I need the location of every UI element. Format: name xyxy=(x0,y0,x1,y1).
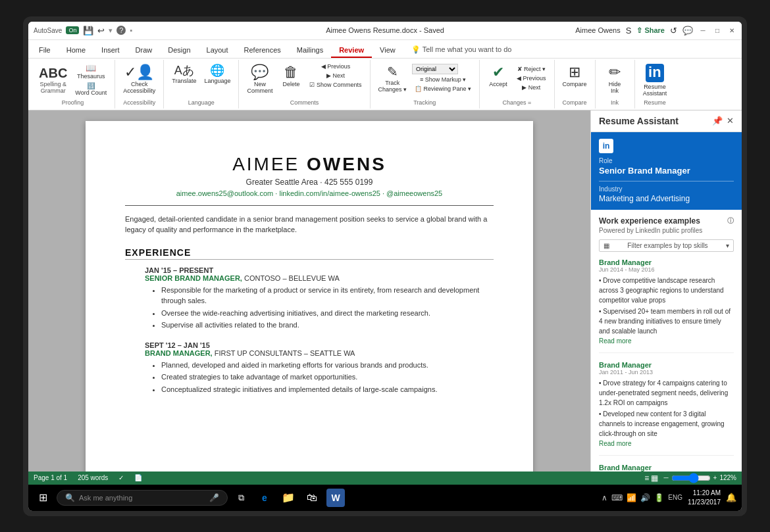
edge-browser-button[interactable]: e xyxy=(255,489,274,507)
undo-icon[interactable]: ↩ xyxy=(97,26,105,36)
ra-filter-dropdown[interactable]: ▦ Filter examples by top skills ▾ xyxy=(599,239,734,252)
skype-icon[interactable]: S xyxy=(626,26,632,36)
ra-content[interactable]: Work experience examples ⓘ Powered by Li… xyxy=(591,210,742,472)
language-button[interactable]: 🌐 Language xyxy=(201,62,233,86)
new-comment-button[interactable]: 💬 NewComment xyxy=(244,62,275,95)
doc-summary: Engaged, detail-oriented candidate in a … xyxy=(125,214,494,235)
resume-assistant-button[interactable]: in ResumeAssistant xyxy=(640,62,670,98)
word-count-icon: 🔢 xyxy=(87,82,95,89)
comments-icon[interactable]: 💬 xyxy=(682,26,693,36)
delete-icon: 🗑 xyxy=(284,64,298,81)
changes-label: Changes = xyxy=(502,98,531,106)
ra-close-icon[interactable]: ✕ xyxy=(727,116,734,126)
hide-ink-icon: ✏ xyxy=(609,64,621,81)
show-comments-button[interactable]: ☑ Show Comments xyxy=(307,81,364,89)
share-icon[interactable]: ⇧ Share xyxy=(636,26,665,35)
ra-pin-icon[interactable]: 📌 xyxy=(712,116,723,126)
ra-bullet-1-2: • Supervised 20+ team members in roll ou… xyxy=(599,306,734,336)
list-item: Planned, developed and aided in marketin… xyxy=(161,360,494,371)
prev-change-button[interactable]: ◀ Previous xyxy=(514,74,549,82)
markup-dropdown[interactable]: Original All Markup xyxy=(412,64,458,74)
screen: AutoSave On 💾 ↩ ▾ ? ▪ Aimee Owens Resume… xyxy=(28,22,742,511)
header-divider xyxy=(125,205,494,206)
tab-references[interactable]: References xyxy=(236,43,289,58)
task-view-button[interactable]: ⧉ xyxy=(232,489,250,507)
tab-layout[interactable]: Layout xyxy=(199,43,236,58)
zoom-slider[interactable] xyxy=(671,473,711,483)
resume-assistant-title: Resume Assistant xyxy=(599,116,679,126)
reviewing-pane-button[interactable]: 📋 Reviewing Pane ▾ xyxy=(412,85,474,93)
tab-home[interactable]: Home xyxy=(59,43,93,58)
show-markup-button[interactable]: ≡ Show Markup ▾ xyxy=(412,76,474,84)
ra-bullet-1-1: • Drove competitive landscape research a… xyxy=(599,276,734,305)
tab-insert[interactable]: Insert xyxy=(93,43,128,58)
help-icon[interactable]: ? xyxy=(116,26,126,35)
tab-view[interactable]: View xyxy=(372,43,403,58)
compare-label: Compare xyxy=(563,98,587,106)
zoom-out-button[interactable]: ─ xyxy=(663,474,668,481)
next-comment-button[interactable]: ▶ Next xyxy=(307,72,364,80)
accept-button[interactable]: ✔ Accept xyxy=(485,62,511,89)
ribbon-group-compare: ⊞ Compare Compare xyxy=(555,60,596,109)
tab-file[interactable]: File xyxy=(31,43,59,58)
word-button[interactable]: W xyxy=(326,489,345,507)
delete-comment-button[interactable]: 🗑 Delete xyxy=(278,62,304,89)
next-change-button[interactable]: ▶ Next xyxy=(514,84,549,91)
tab-design[interactable]: Design xyxy=(160,43,198,58)
spelling-grammar-button[interactable]: ABC Spelling &Grammar xyxy=(36,64,70,95)
resume-assistant-header: Resume Assistant 📌 ✕ xyxy=(591,110,742,132)
store-button[interactable]: 🛍 xyxy=(303,489,321,507)
zoom-in-button[interactable]: + xyxy=(713,474,717,481)
read-more-2[interactable]: Read more xyxy=(599,440,734,447)
read-more-1[interactable]: Read more xyxy=(599,337,734,345)
resume-label: Resume xyxy=(644,98,666,106)
hide-ink-button[interactable]: ✏ HideInk xyxy=(602,62,628,95)
accessibility-icon: ✓👤 xyxy=(124,64,154,81)
job-dates-1: JAN '15 – PRESENT xyxy=(145,266,494,274)
thesaurus-icon: 📖 xyxy=(86,63,96,73)
compare-button[interactable]: ⊞ Compare xyxy=(560,62,590,89)
prev-comment-button[interactable]: ◀ Previous xyxy=(307,62,364,70)
reject-button[interactable]: ✘ Reject ▾ xyxy=(514,65,549,73)
ra-header-icons: 📌 ✕ xyxy=(712,116,734,126)
new-comment-icon: 💬 xyxy=(251,64,269,81)
ribbon-group-changes: ✔ Accept ✘ Reject ▾ ◀ Previous ▶ Next xyxy=(480,60,555,109)
ribbon-group-comments: 💬 NewComment 🗑 Delete ◀ Previous ▶ Next xyxy=(239,60,370,109)
status-bar: Page 1 of 1 205 words ✓ 📄 ≡ ▦ ─ + 122% xyxy=(28,472,742,485)
chevron-up-icon[interactable]: ∧ xyxy=(602,493,607,502)
activity-icon[interactable]: ↺ xyxy=(670,26,677,36)
redo-icon[interactable]: ▾ xyxy=(109,26,113,35)
taskbar-search[interactable]: 🔍 Ask me anything 🎤 xyxy=(57,490,228,506)
notification-icon[interactable]: 🔔 xyxy=(726,493,736,502)
check-accessibility-button[interactable]: ✓👤 CheckAccessibility xyxy=(120,62,158,95)
job-company-1: CONTOSO – BELLEVUE WA xyxy=(244,274,340,282)
minimize-button[interactable]: ─ xyxy=(698,26,707,35)
mic-icon[interactable]: 🎤 xyxy=(209,493,219,502)
document-area[interactable]: AIMEE OWENS Greater Seattle Area · 425 5… xyxy=(28,110,590,472)
experience-section-title: EXPERIENCE xyxy=(125,247,494,260)
word-count-button[interactable]: 🔢 Word Count xyxy=(72,82,109,97)
start-button[interactable]: ⊞ xyxy=(34,491,53,504)
ra-job-dates-1: Jun 2014 - May 2016 xyxy=(599,266,734,273)
save-icon[interactable]: 💾 xyxy=(83,26,93,36)
filter-icon: ▦ xyxy=(603,242,609,249)
translate-button[interactable]: Aあ Translate xyxy=(169,62,199,86)
tab-draw[interactable]: Draw xyxy=(128,43,161,58)
tab-mailings[interactable]: Mailings xyxy=(289,43,331,58)
job-title-1: SENIOR BRAND MANAGER, CONTOSO – BELLEVUE… xyxy=(145,274,494,282)
view-mode-icons[interactable]: ≡ ▦ xyxy=(644,473,658,483)
track-changes-button[interactable]: ✎ TrackChanges ▾ xyxy=(376,62,410,94)
ribbon-group-tracking: ✎ TrackChanges ▾ Original All Markup ≡ S… xyxy=(371,60,480,109)
job-bullets-2: Planned, developed and aided in marketin… xyxy=(161,360,494,395)
system-tray-icons: ∧ ⌨ 📶 🔊 🔋 ENG xyxy=(602,493,682,502)
tracking-label: Tracking xyxy=(413,98,436,106)
name-last: OWENS xyxy=(307,154,386,174)
restore-button[interactable]: □ xyxy=(713,26,722,35)
autosave-toggle[interactable]: On xyxy=(66,26,79,34)
thesaurus-button[interactable]: 📖 Thesaurus xyxy=(72,62,109,80)
document-header: AIMEE OWENS Greater Seattle Area · 425 5… xyxy=(125,154,494,197)
close-button[interactable]: ✕ xyxy=(727,26,736,35)
tab-review[interactable]: Review xyxy=(331,43,372,58)
tab-tell-me[interactable]: 💡 Tell me what you want to do xyxy=(403,43,520,58)
file-explorer-button[interactable]: 📁 xyxy=(279,489,297,507)
